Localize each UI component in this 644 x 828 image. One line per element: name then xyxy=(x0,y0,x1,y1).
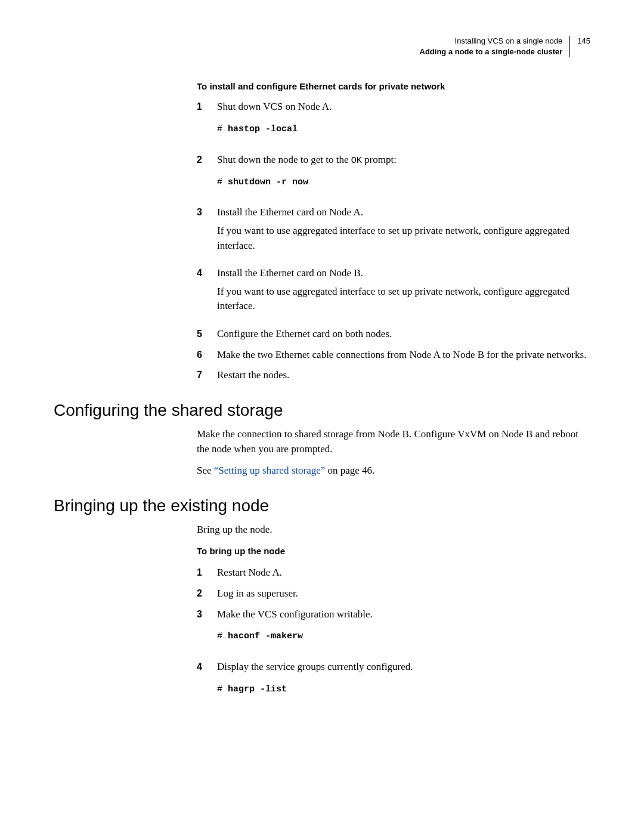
code-command: hagrp -list xyxy=(228,684,287,694)
code-block: # hastop -local xyxy=(217,123,590,136)
step-3: 3 Install the Ethernet card on Node A. I… xyxy=(197,205,590,260)
step-2: 2 Shut down the node to get to the OK pr… xyxy=(197,153,590,200)
see-reference: See “Setting up shared storage” on page … xyxy=(197,464,590,478)
step-text: Configure the Ethernet card on both node… xyxy=(217,327,590,342)
header-text: Installing VCS on a single node Adding a… xyxy=(420,36,571,57)
step-6: 6 Make the two Ethernet cable connection… xyxy=(197,348,590,363)
step-7: 7 Restart the nodes. xyxy=(197,368,590,383)
procedure-ethernet: To install and configure Ethernet cards … xyxy=(197,81,590,383)
step-number: 4 xyxy=(197,266,217,321)
code-block: # haconf -makerw xyxy=(217,630,590,643)
step-body: Shut down VCS on Node A. # hastop -local xyxy=(217,100,590,146)
step-2: 2 Log in as superuser. xyxy=(197,586,590,601)
section-body: Make the connection to shared storage fr… xyxy=(197,427,590,478)
inline-code: OK xyxy=(351,156,362,166)
step-text: Log in as superuser. xyxy=(217,586,590,601)
code-block: # shutdown -r now xyxy=(217,176,590,189)
step-number: 1 xyxy=(197,566,217,580)
header-line2: Adding a node to a single-node cluster xyxy=(420,47,563,57)
step-number: 2 xyxy=(197,153,217,200)
step-number: 3 xyxy=(197,607,217,654)
section-shared-storage: Configuring the shared storage Make the … xyxy=(54,401,590,478)
step-number: 5 xyxy=(197,327,217,342)
step-body: Restart Node A. xyxy=(217,566,590,580)
step-para: If you want to use aggregated interface … xyxy=(217,285,590,314)
header-line1: Installing VCS on a single node xyxy=(420,36,563,47)
step-body: Shut down the node to get to the OK prom… xyxy=(217,153,590,200)
step-text: Make the two Ethernet cable connections … xyxy=(217,348,590,363)
step-body: Restart the nodes. xyxy=(217,368,590,383)
step-number: 2 xyxy=(197,586,217,601)
step-1: 1 Restart Node A. xyxy=(197,566,590,580)
procedure-title: To install and configure Ethernet cards … xyxy=(197,81,590,91)
step-number: 7 xyxy=(197,368,217,383)
section-para: Make the connection to shared storage fr… xyxy=(197,427,590,456)
code-command: shutdown -r now xyxy=(228,177,308,187)
step-body: Display the service groups currently con… xyxy=(217,660,590,706)
page-number: 145 xyxy=(570,36,590,47)
step-body: Make the two Ethernet cable connections … xyxy=(217,348,590,363)
step-number: 3 xyxy=(197,205,217,260)
step-text: Install the Ethernet card on Node A. xyxy=(217,205,590,220)
code-block: # hagrp -list xyxy=(217,683,590,696)
step-body: Log in as superuser. xyxy=(217,586,590,601)
step-text: Make the VCS configuration writable. xyxy=(217,607,590,622)
code-prompt: # xyxy=(217,684,222,694)
step-body: Install the Ethernet card on Node A. If … xyxy=(217,205,590,260)
step-number: 1 xyxy=(197,100,217,146)
page-header: Installing VCS on a single node Adding a… xyxy=(54,36,590,57)
section-intro: Bring up the node. xyxy=(197,523,590,537)
step-4: 4 Install the Ethernet card on Node B. I… xyxy=(197,266,590,321)
section-existing-node: Bringing up the existing node Bring up t… xyxy=(54,496,590,706)
step-text: Shut down the node to get to the OK prom… xyxy=(217,153,590,168)
code-command: haconf -makerw xyxy=(228,631,303,641)
section-heading: Configuring the shared storage xyxy=(54,401,590,420)
code-prompt: # xyxy=(217,124,222,134)
step-number: 4 xyxy=(197,660,217,706)
see-pre: See xyxy=(197,465,214,476)
step-text-pre: Shut down the node to get to the xyxy=(217,154,351,165)
code-prompt: # xyxy=(217,177,222,187)
procedure-title: To bring up the node xyxy=(197,545,590,558)
step-body: Configure the Ethernet card on both node… xyxy=(217,327,590,342)
step-text: Restart Node A. xyxy=(217,566,590,580)
section-body: Bring up the node. To bring up the node … xyxy=(197,523,590,706)
step-number: 6 xyxy=(197,348,217,363)
code-command: hastop -local xyxy=(228,124,298,134)
step-body: Make the VCS configuration writable. # h… xyxy=(217,607,590,654)
step-text: Display the service groups currently con… xyxy=(217,660,590,675)
code-prompt: # xyxy=(217,631,222,641)
section-heading: Bringing up the existing node xyxy=(54,496,590,515)
step-text: Install the Ethernet card on Node B. xyxy=(217,266,590,281)
step-text: Shut down VCS on Node A. xyxy=(217,100,590,115)
step-5: 5 Configure the Ethernet card on both no… xyxy=(197,327,590,342)
step-1: 1 Shut down VCS on Node A. # hastop -loc… xyxy=(197,100,590,146)
see-link[interactable]: “Setting up shared storage” xyxy=(214,465,325,476)
step-para: If you want to use aggregated interface … xyxy=(217,224,590,253)
see-post: on page 46. xyxy=(325,465,374,476)
step-4: 4 Display the service groups currently c… xyxy=(197,660,590,706)
step-text-post: prompt: xyxy=(362,154,397,165)
step-3: 3 Make the VCS configuration writable. #… xyxy=(197,607,590,654)
step-text: Restart the nodes. xyxy=(217,368,590,383)
step-body: Install the Ethernet card on Node B. If … xyxy=(217,266,590,321)
